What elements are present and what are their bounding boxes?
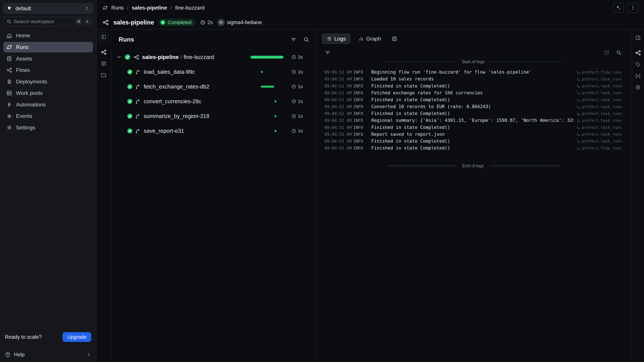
shortcut-k-key: k (84, 18, 90, 25)
kebab-menu-icon (630, 5, 636, 10)
log-message: Finished in state Completed() (371, 138, 574, 144)
help-button[interactable]: Help (0, 347, 96, 362)
tags-dock-button[interactable] (633, 59, 643, 69)
task-run-row[interactable]: load_sales_data-99c 1s (116, 64, 310, 79)
log-density-button[interactable] (604, 50, 610, 55)
log-row: 09:04:51 AM INFO Converted 10 records to… (324, 103, 622, 110)
clock-icon (291, 114, 296, 119)
logs-list: Start of logs 09:04:51 AM INFO Beginning… (316, 56, 632, 362)
logs-toolbar (316, 46, 632, 56)
log-level: INFO (353, 96, 371, 103)
log-message: Report saved to report.json (371, 131, 574, 138)
breadcrumb-separator: / (170, 5, 172, 11)
task-run-name: summarize_by_region-318 (144, 113, 209, 119)
timeline-bar (274, 115, 276, 117)
topbar: Runs / sales-pipeline / fine-buzzard (96, 0, 644, 15)
panel-right-icon (635, 35, 641, 40)
files-view-button[interactable] (99, 70, 109, 80)
more-menu-button[interactable] (627, 3, 638, 13)
topbar-actions (613, 3, 638, 13)
log-source: prefect.flow_runs (576, 145, 622, 151)
sparkles-icon (616, 5, 621, 10)
columns-icon (392, 36, 397, 41)
panel-left-icon (101, 34, 106, 40)
flow-run-row[interactable]: sales-pipeline/fine-buzzard 2s (116, 50, 310, 64)
log-timestamp: 09:04:51 AM (324, 96, 353, 103)
sidebar-item-label: Events (16, 113, 32, 119)
log-level: INFO (353, 145, 371, 151)
runs-breadcrumb-icon (102, 5, 108, 10)
sidebar-item-flows[interactable]: Flows (3, 65, 93, 76)
log-level: INFO (353, 138, 371, 145)
upgrade-button[interactable]: Upgrade (62, 332, 91, 342)
log-source: prefect.task_runs (576, 138, 622, 144)
log-search-button[interactable] (616, 50, 622, 55)
log-level: INFO (353, 90, 371, 96)
search-runs-button[interactable] (303, 36, 310, 43)
tag-icon (635, 61, 641, 67)
sidebar-item-deployments[interactable]: Deployments (3, 76, 93, 87)
sidebar-item-work-pools[interactable]: Work pools (3, 88, 93, 98)
sidebar-item-home[interactable]: Home (3, 30, 93, 41)
breadcrumb-runs[interactable]: Runs (111, 5, 124, 11)
log-source: prefect.task_runs (576, 83, 622, 89)
run-graph-view-button[interactable] (99, 47, 109, 57)
breadcrumb-flow[interactable]: sales-pipeline (132, 5, 167, 11)
run-duration-value: 2s (208, 19, 213, 25)
log-source-icon (576, 139, 580, 143)
flows-icon (6, 67, 12, 73)
parameters-dock-button[interactable] (633, 71, 643, 81)
task-runs-dock-button[interactable] (633, 48, 643, 58)
completed-check-icon (160, 20, 166, 25)
upgrade-prompt: Ready to scale? (5, 334, 42, 340)
flow-icon (134, 54, 139, 60)
workspace-selector[interactable]: default (3, 3, 93, 13)
log-source-icon (576, 98, 580, 102)
run-owner: SI sigma4-beltane (217, 19, 262, 26)
sidebar-item-settings[interactable]: Settings (3, 122, 93, 133)
timeline-bar (261, 71, 263, 73)
log-row: 09:04:51 AM INFO Beginning flow run 'fin… (324, 69, 622, 76)
log-filter-button[interactable] (324, 50, 331, 56)
events-icon (6, 113, 12, 119)
sidebar-item-runs[interactable]: Runs (3, 42, 93, 53)
log-timestamp: 09:04:51 AM (324, 110, 353, 117)
log-message: Finished in state Completed() (371, 110, 574, 117)
state-completed-icon (124, 54, 131, 60)
columns-view-button[interactable] (389, 34, 400, 44)
sidebar-item-assets[interactable]: Assets (3, 53, 93, 64)
task-run-row[interactable]: summarize_by_region-318 1s (116, 109, 310, 123)
artifacts-view-button[interactable] (99, 59, 109, 68)
log-timestamp: 09:04:51 AM (324, 138, 353, 145)
toggle-details-panel-button[interactable] (633, 33, 643, 43)
log-source-icon (576, 77, 580, 81)
log-source: prefect.task_runs (576, 110, 622, 117)
log-message: Finished in state Completed() (371, 83, 574, 89)
sidebar-item-events[interactable]: Events (3, 111, 93, 121)
task-run-name: save_report-e31 (144, 128, 184, 134)
task-run-row[interactable]: convert_currencies-28c 1s (116, 94, 310, 109)
search-input[interactable]: Search workspace ⌘ k (3, 17, 93, 26)
logs-pane: Logs Graph (316, 29, 632, 362)
chevron-down-icon[interactable] (116, 54, 122, 60)
log-source: prefect.task_runs (576, 96, 622, 103)
collapse-panel-button[interactable] (99, 32, 109, 42)
tab-graph[interactable]: Graph (354, 34, 386, 44)
task-run-row[interactable]: fetch_exchange_rates-db2 1s (116, 79, 310, 94)
prefect-logo-icon (7, 5, 12, 11)
log-message: Regional summary: {'Asia': 4301.33, 'Eur… (371, 117, 574, 124)
log-row: 09:04:51 AM INFO Regional summary: {'Asi… (324, 117, 622, 124)
artifacts-dock-button[interactable] (633, 82, 643, 92)
task-run-name: convert_currencies-28c (144, 98, 201, 105)
task-run-row[interactable]: save_report-e31 1s (116, 123, 310, 138)
tab-logs[interactable]: Logs (322, 34, 350, 44)
filter-button[interactable] (290, 36, 297, 43)
sidebar-item-label: Runs (16, 44, 28, 50)
task-icon (136, 84, 141, 89)
task-run-name: load_sales_data-99c (144, 69, 195, 75)
runs-icon (6, 44, 12, 50)
log-level: INFO (353, 110, 371, 117)
log-source-icon (576, 112, 580, 115)
sidebar-item-automations[interactable]: Automations (3, 99, 93, 110)
assistant-button[interactable] (613, 3, 624, 13)
